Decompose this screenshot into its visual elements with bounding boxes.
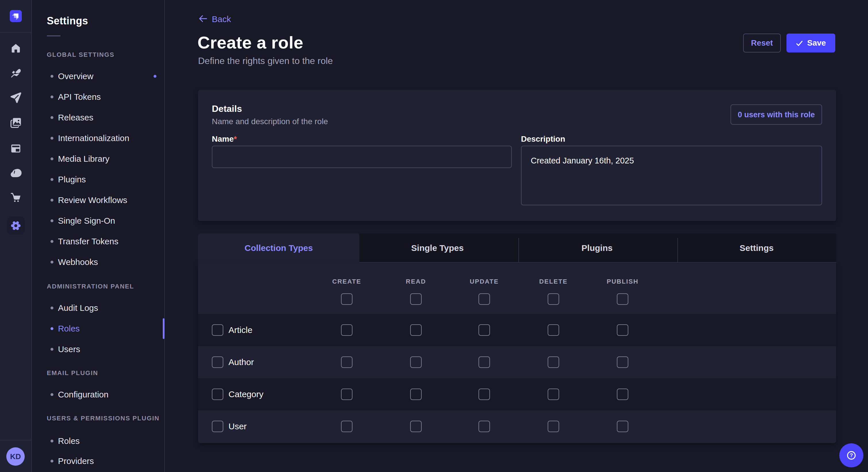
- svg-text:?: ?: [850, 452, 853, 458]
